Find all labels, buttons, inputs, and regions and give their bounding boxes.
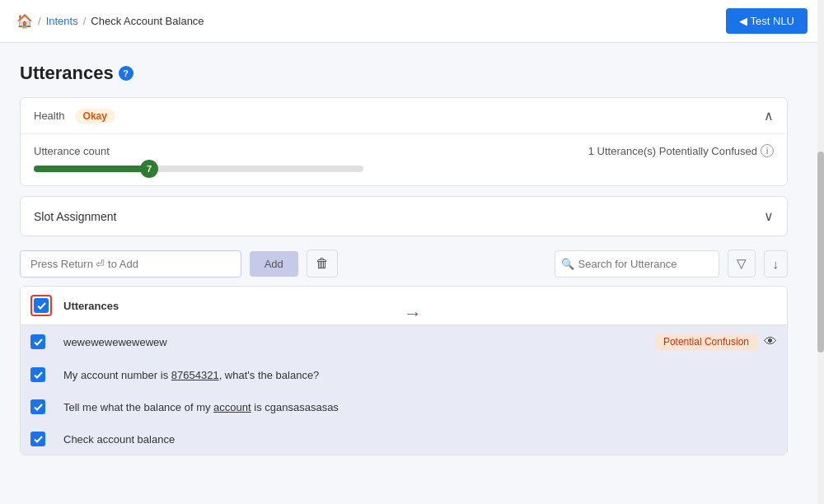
scrollbar-track[interactable] <box>817 0 824 504</box>
utterance-input[interactable] <box>20 250 241 278</box>
utterance-text-4: Check account balance <box>63 433 777 446</box>
health-status-badge: Okay <box>75 109 115 124</box>
filter-button[interactable]: ▽ <box>728 250 756 278</box>
test-nlu-button[interactable]: ◀ Test NLU <box>726 8 808 34</box>
row-checkbox-wrapper-3[interactable] <box>30 399 63 414</box>
trash-icon: 🗑 <box>316 256 329 271</box>
health-card: Health Okay ∧ Utterance count 1 Utteranc… <box>20 97 788 186</box>
slot-assignment-header[interactable]: Slot Assignment ∨ <box>21 197 787 236</box>
filter-icon: ▽ <box>737 256 747 271</box>
table-row: wewewewewewewew Potential Confusion 👁 <box>21 325 787 359</box>
utterances-column-label: Utterances <box>63 300 119 312</box>
select-all-checkbox-wrapper[interactable] <box>30 295 63 316</box>
eye-button-1[interactable]: 👁 <box>764 334 777 349</box>
utterances-table: Utterances wewewewewewewew Potential Con… <box>20 286 788 455</box>
table-row: Check account balance <box>21 423 787 455</box>
chevron-up-icon: ∧ <box>764 108 774 124</box>
health-card-body: Utterance count 1 Utterance(s) Potential… <box>21 133 787 185</box>
row-checkbox-1[interactable] <box>30 334 45 349</box>
page-title: Utterances <box>20 63 114 84</box>
utterance-text-3: Tell me what the balance of my account i… <box>63 401 777 413</box>
row-checkbox-3[interactable] <box>30 399 45 414</box>
scrollbar-thumb[interactable] <box>817 152 824 353</box>
sort-button[interactable]: ↓ <box>764 250 789 278</box>
confused-text: 1 Utterance(s) Potentially Confused i <box>588 144 774 157</box>
entity-highlight: account <box>213 401 251 413</box>
intents-link[interactable]: Intents <box>46 15 78 27</box>
breadcrumb: 🏠 / Intents / Check Account Balance <box>16 13 204 29</box>
row-checkbox-2[interactable] <box>30 367 45 382</box>
actions-row: Add 🗑 🔍 ▽ ↓ <box>20 250 788 278</box>
row-checkbox-wrapper-4[interactable] <box>30 432 63 446</box>
sort-icon: ↓ <box>773 257 780 271</box>
row-checkbox-4[interactable] <box>30 432 45 446</box>
health-label: Health <box>34 110 65 122</box>
entity-highlight: 87654321 <box>171 369 219 381</box>
current-page-label: Check Account Balance <box>91 15 204 27</box>
search-utterance-input[interactable] <box>555 250 719 278</box>
add-button[interactable]: Add <box>250 251 298 277</box>
info-icon[interactable]: i <box>761 144 774 157</box>
table-row: Tell me what the balance of my account i… <box>21 391 787 423</box>
select-all-checkbox[interactable] <box>34 298 49 313</box>
potential-confusion-badge: Potential Confusion <box>655 334 757 350</box>
utterance-text-2: My account number is 87654321, what's th… <box>63 369 777 381</box>
utterance-count-label: Utterance count <box>34 145 110 157</box>
row-checkbox-wrapper-2[interactable] <box>30 367 63 382</box>
slot-assignment-card: Slot Assignment ∨ <box>20 196 788 236</box>
search-wrapper: 🔍 <box>555 250 719 278</box>
table-header: Utterances <box>21 287 787 325</box>
health-card-header[interactable]: Health Okay ∧ <box>21 98 787 133</box>
help-icon[interactable]: ? <box>119 66 133 81</box>
progress-bar[interactable]: 7 <box>34 166 363 172</box>
delete-button[interactable]: 🗑 <box>307 250 338 278</box>
progress-thumb: 7 <box>140 160 158 178</box>
row-badge-area-1: Potential Confusion 👁 <box>655 334 777 350</box>
chevron-down-icon: ∨ <box>764 208 774 224</box>
search-icon: 🔍 <box>561 258 574 270</box>
table-row: My account number is 87654321, what's th… <box>21 359 787 391</box>
slot-assignment-label: Slot Assignment <box>34 210 116 223</box>
home-icon[interactable]: 🏠 <box>16 13 33 29</box>
eye-icon: 👁 <box>764 334 777 349</box>
row-checkbox-wrapper-1[interactable] <box>30 334 63 349</box>
utterance-text-1: wewewewewewewew <box>63 336 655 348</box>
